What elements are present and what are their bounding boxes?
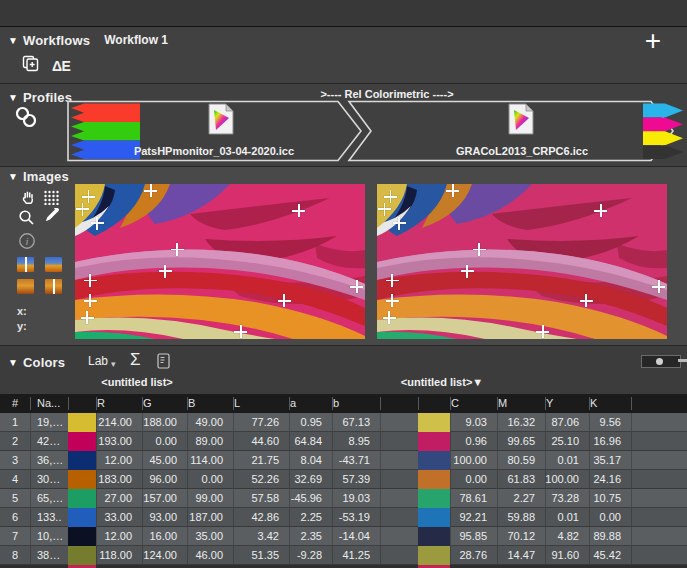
value-g: 0.00 bbox=[142, 432, 187, 451]
row-size-slider[interactable] bbox=[641, 355, 681, 368]
sample-point-marker[interactable] bbox=[461, 265, 474, 278]
duplicate-workflow-icon[interactable] bbox=[22, 55, 40, 76]
value-g: 93.00 bbox=[142, 508, 187, 527]
color-mode-dropdown[interactable]: Lab▾ bbox=[88, 354, 116, 369]
sample-point-marker[interactable] bbox=[350, 280, 363, 293]
sample-point-marker[interactable] bbox=[594, 204, 607, 217]
value-lab-b: -14.04 bbox=[332, 527, 380, 546]
value-lab-b: 41.25 bbox=[332, 546, 380, 565]
sample-point-marker[interactable] bbox=[378, 203, 391, 216]
eyedropper-tool-icon[interactable] bbox=[43, 208, 59, 229]
destination-color-swatch bbox=[418, 508, 450, 527]
view-split-source-icon[interactable] bbox=[17, 257, 34, 272]
delta-e-button[interactable]: ΔE bbox=[52, 58, 70, 74]
column-header[interactable]: B bbox=[187, 397, 233, 410]
value-lab-b: 8.95 bbox=[332, 432, 380, 451]
sample-point-marker[interactable] bbox=[652, 280, 665, 293]
source-image-preview[interactable] bbox=[75, 184, 365, 339]
value-k: 35.17 bbox=[589, 451, 631, 470]
destination-image bbox=[377, 184, 667, 339]
minus-icon[interactable] bbox=[678, 359, 687, 362]
source-color-swatch bbox=[68, 508, 96, 527]
sample-point-marker[interactable] bbox=[536, 325, 549, 338]
source-profile-name[interactable]: PatsHPmonitor_03-04-2020.icc bbox=[88, 145, 340, 157]
column-header[interactable]: # bbox=[0, 397, 30, 410]
sample-point-marker[interactable] bbox=[473, 243, 486, 256]
grid-tool-icon[interactable] bbox=[43, 189, 59, 209]
column-header[interactable]: a bbox=[289, 397, 332, 410]
value-y: 91.60 bbox=[545, 546, 589, 565]
destination-list-name[interactable]: <untitled list>▼ bbox=[372, 376, 512, 388]
collapse-workflows-icon[interactable]: ▼ bbox=[8, 35, 18, 46]
hand-tool-icon[interactable] bbox=[20, 189, 36, 209]
sample-point-marker[interactable] bbox=[84, 274, 97, 287]
info-icon[interactable]: i bbox=[18, 232, 36, 254]
sample-point-marker[interactable] bbox=[580, 294, 593, 307]
sample-point-marker[interactable] bbox=[234, 325, 247, 338]
column-header[interactable] bbox=[631, 397, 687, 410]
table-row[interactable]: 119,…214.00188.0049.0077.260.9567.139.03… bbox=[0, 413, 687, 432]
row-number: 7 bbox=[0, 527, 30, 546]
column-header[interactable]: Y bbox=[545, 397, 589, 410]
sample-point-marker[interactable] bbox=[386, 274, 399, 287]
collapse-colors-icon[interactable]: ▼ bbox=[8, 357, 18, 368]
sample-point-marker[interactable] bbox=[383, 311, 396, 324]
column-header[interactable] bbox=[380, 397, 418, 410]
column-header[interactable]: R bbox=[96, 397, 142, 410]
column-header[interactable]: G bbox=[142, 397, 187, 410]
sample-point-marker[interactable] bbox=[159, 265, 172, 278]
add-workflow-button[interactable]: + bbox=[645, 27, 661, 55]
table-row[interactable]: 710,…12.0016.0035.003.422.35-14.0495.857… bbox=[0, 527, 687, 546]
workflows-title: Workflows bbox=[23, 33, 90, 48]
column-header[interactable]: Na... bbox=[30, 397, 68, 410]
column-header[interactable]: b bbox=[332, 397, 380, 410]
table-row[interactable]: 838…118.00124.0046.0051.35-9.2841.2528.7… bbox=[0, 546, 687, 565]
source-icc-profile-icon[interactable] bbox=[208, 103, 234, 135]
sample-point-marker[interactable] bbox=[384, 190, 397, 203]
destination-icc-profile-icon[interactable] bbox=[508, 103, 534, 135]
sample-point-marker[interactable] bbox=[171, 243, 184, 256]
zoom-tool-icon[interactable] bbox=[18, 209, 35, 230]
table-row[interactable]: 565,…27.00157.0099.0057.58-45.9619.0378.… bbox=[0, 489, 687, 508]
table-row[interactable]: 336,…12.0045.00114.0021.758.04-43.71100.… bbox=[0, 451, 687, 470]
column-header[interactable]: M bbox=[497, 397, 545, 410]
sample-point-marker[interactable] bbox=[76, 203, 89, 216]
column-header[interactable] bbox=[68, 397, 96, 410]
column-header[interactable]: K bbox=[589, 397, 631, 410]
table-row[interactable]: 242…193.000.0089.0044.6064.848.950.9699.… bbox=[0, 432, 687, 451]
tail-cell bbox=[631, 508, 687, 527]
source-list-name[interactable]: <untitled list> bbox=[67, 376, 207, 388]
column-header[interactable] bbox=[418, 397, 450, 410]
destination-profile-name[interactable]: GRACoL2013_CRPC6.icc bbox=[395, 145, 649, 157]
list-report-icon[interactable] bbox=[157, 353, 170, 373]
sample-point-marker[interactable] bbox=[91, 217, 104, 230]
view-destination-only-icon[interactable] bbox=[17, 279, 34, 294]
destination-image-preview[interactable] bbox=[377, 184, 667, 339]
column-header[interactable]: L bbox=[233, 397, 289, 410]
sample-point-marker[interactable] bbox=[393, 217, 406, 230]
view-split-destination-icon[interactable] bbox=[45, 279, 62, 294]
view-source-only-icon[interactable] bbox=[45, 257, 62, 272]
sample-point-marker[interactable] bbox=[82, 190, 95, 203]
sample-point-marker[interactable] bbox=[386, 294, 399, 307]
sample-point-marker[interactable] bbox=[81, 311, 94, 324]
sample-point-marker[interactable] bbox=[144, 184, 157, 197]
source-image bbox=[75, 184, 365, 339]
sigma-summary-icon[interactable]: Σ bbox=[130, 350, 141, 370]
tail-cell bbox=[631, 451, 687, 470]
value-m: 2.27 bbox=[497, 489, 545, 508]
value-y: 4.82 bbox=[545, 527, 589, 546]
value-r: 183.00 bbox=[96, 470, 142, 489]
table-row[interactable]: 430…183.0096.000.0052.2632.6957.390.0061… bbox=[0, 470, 687, 489]
column-header[interactable]: C bbox=[450, 397, 497, 410]
workflow-name[interactable]: Workflow 1 bbox=[104, 33, 168, 47]
sample-point-marker[interactable] bbox=[446, 184, 459, 197]
sample-point-marker[interactable] bbox=[278, 294, 291, 307]
table-row[interactable]: 6133..33.0093.00187.0042.862.25-53.1992.… bbox=[0, 508, 687, 527]
sample-point-marker[interactable] bbox=[84, 294, 97, 307]
value-l: 52.26 bbox=[233, 470, 289, 489]
slider-knob[interactable] bbox=[656, 358, 663, 365]
sample-point-marker[interactable] bbox=[292, 204, 305, 217]
color-name: 133.. bbox=[30, 508, 68, 527]
collapse-images-icon[interactable]: ▼ bbox=[8, 171, 18, 182]
